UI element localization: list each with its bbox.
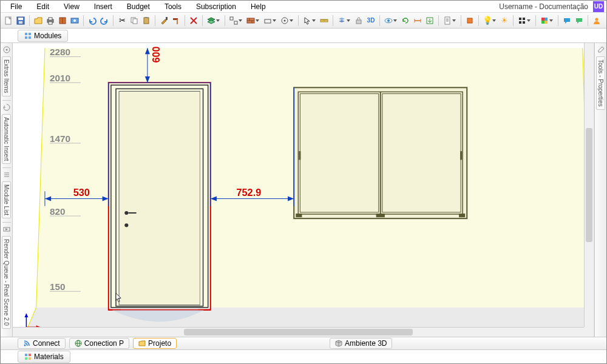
window-object[interactable]: [294, 87, 467, 218]
main-toolbar: ✂ 3D 💡 ☀: [1, 13, 606, 29]
menu-file[interactable]: File: [3, 1, 29, 12]
svg-rect-53: [541, 21, 544, 24]
svg-rect-78: [119, 91, 200, 305]
cursor-icon[interactable]: [302, 15, 313, 26]
new-file-icon[interactable]: [3, 15, 14, 26]
svg-rect-94: [376, 214, 385, 217]
svg-rect-50: [523, 21, 525, 24]
menu-help[interactable]: Help: [243, 1, 273, 12]
svg-rect-47: [519, 18, 521, 20]
svg-point-119: [24, 345, 26, 346]
color-palette-icon[interactable]: [539, 15, 550, 26]
door-object[interactable]: [109, 83, 211, 310]
svg-text:530: 530: [73, 187, 90, 198]
svg-marker-114: [24, 314, 28, 317]
projeto-tab[interactable]: Projeto: [133, 338, 177, 349]
visibility-icon[interactable]: [383, 15, 394, 26]
stack-icon[interactable]: [336, 15, 347, 26]
render-queue-tab[interactable]: Render Queue - Real Scene 2.0: [2, 236, 11, 329]
ruler-mark-150: 150: [50, 281, 65, 292]
menu-view[interactable]: View: [56, 1, 87, 12]
delete-icon[interactable]: [188, 15, 199, 26]
layers-icon[interactable]: [206, 15, 217, 26]
svg-point-55: [595, 18, 599, 21]
measure-icon[interactable]: [319, 15, 330, 26]
svg-rect-13: [144, 18, 149, 24]
svg-rect-17: [177, 19, 178, 24]
shape-icon[interactable]: [262, 15, 273, 26]
user-badge-icon[interactable]: UD: [593, 1, 604, 12]
lock-icon[interactable]: [353, 15, 364, 26]
svg-rect-125: [25, 357, 27, 360]
comment-icon[interactable]: [574, 15, 585, 26]
undo-icon[interactable]: [87, 15, 98, 26]
plugin-icon[interactable]: [464, 15, 475, 26]
wall-icon[interactable]: [245, 15, 256, 26]
materials-icon: [24, 353, 32, 360]
light-icon[interactable]: 💡: [482, 15, 493, 26]
cut-icon[interactable]: ✂: [117, 15, 127, 26]
materials-tab[interactable]: Materials: [18, 351, 70, 363]
menu-budget[interactable]: Budget: [120, 1, 157, 12]
app-window: File Edit View Insert Budget Tools Subsc…: [0, 0, 607, 364]
ambiente-tab[interactable]: Ambiente 3D: [330, 338, 392, 349]
rss-icon: [23, 340, 30, 347]
right-panel: Tools - Properties: [594, 43, 606, 337]
group-icon[interactable]: [228, 15, 239, 26]
hammer-icon[interactable]: [171, 15, 181, 26]
svg-rect-124: [29, 354, 31, 356]
export-icon[interactable]: [424, 15, 435, 26]
svg-rect-26: [265, 19, 271, 23]
svg-rect-42: [445, 17, 450, 24]
open-icon[interactable]: [33, 15, 44, 26]
book-icon[interactable]: [57, 15, 68, 26]
modules-tab-row: Modules: [1, 29, 606, 43]
modules-tab[interactable]: Modules: [18, 30, 68, 42]
save-icon[interactable]: [15, 15, 26, 26]
vertical-scrollbar[interactable]: [584, 43, 594, 327]
report-icon[interactable]: [442, 15, 453, 26]
paint-brush-icon[interactable]: [158, 15, 169, 26]
ambiente-tab-label: Ambiente 3D: [345, 339, 387, 348]
svg-rect-46: [467, 18, 472, 23]
account-icon[interactable]: [591, 15, 602, 26]
chat-icon[interactable]: [561, 15, 572, 26]
copy-icon[interactable]: [129, 15, 140, 26]
connect-tab[interactable]: Connect: [18, 338, 66, 349]
svg-rect-126: [29, 357, 31, 360]
conection-tab-label: Conection P: [84, 339, 124, 348]
redo-icon[interactable]: [99, 15, 110, 26]
horizontal-scrollbar[interactable]: [13, 327, 584, 337]
dimension-icon[interactable]: [412, 15, 423, 26]
conection-tab[interactable]: Conection P: [69, 338, 129, 349]
paste-icon[interactable]: [141, 15, 152, 26]
scroll-corner: [584, 327, 594, 337]
view-3d-icon[interactable]: 3D: [365, 15, 376, 26]
print-icon[interactable]: [45, 15, 56, 26]
snap-icon[interactable]: [279, 15, 290, 26]
svg-rect-57: [29, 33, 31, 35]
module-list-icon: [2, 170, 11, 179]
render-settings-icon[interactable]: [517, 15, 527, 26]
extras-items-tab[interactable]: Extras Items: [2, 56, 11, 96]
menu-subscription[interactable]: Subscription: [189, 1, 243, 12]
tools-properties-tab[interactable]: Tools - Properties: [596, 56, 605, 110]
screenshot-icon[interactable]: [69, 15, 80, 26]
svg-rect-6: [49, 22, 52, 24]
svg-rect-2: [18, 18, 23, 20]
menu-insert[interactable]: Insert: [87, 1, 120, 12]
world-icon: [75, 340, 82, 347]
svg-rect-56: [25, 33, 27, 35]
svg-rect-91: [299, 151, 300, 160]
sun-icon[interactable]: ☀: [499, 15, 510, 26]
viewport[interactable]: 2280 2010 1470 820 150: [13, 43, 594, 337]
module-list-tab[interactable]: Module List: [2, 181, 11, 218]
svg-rect-92: [460, 151, 462, 160]
refresh-view-icon[interactable]: [400, 15, 411, 26]
svg-rect-59: [29, 36, 31, 39]
menu-edit[interactable]: Edit: [29, 1, 56, 12]
auto-insert-tab[interactable]: Automatic Insert: [2, 114, 11, 164]
svg-rect-14: [145, 17, 148, 18]
svg-rect-93: [296, 214, 302, 217]
menu-tools[interactable]: Tools: [157, 1, 189, 12]
